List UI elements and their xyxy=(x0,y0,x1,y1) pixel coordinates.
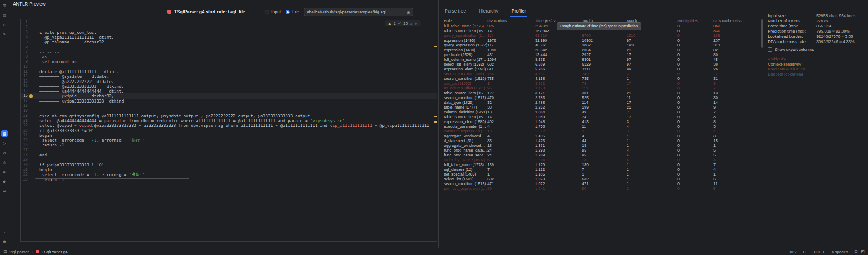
notifications-icon[interactable]: ◔ xyxy=(1,229,8,235)
caret-position[interactable]: 30:7 xyxy=(789,249,797,254)
tab-parse-tree[interactable]: Parse tree xyxy=(444,8,467,17)
profiler-row[interactable]: expression_elem (1590)6115.266321199026 xyxy=(444,67,760,72)
inspections-widget[interactable]: ▲ 2 ✓ 23 ∧ ∨ xyxy=(385,20,421,26)
services-icon[interactable]: ⊟ xyxy=(1,188,8,194)
profiler-row[interactable]: column_definition (1421)182.06449707 xyxy=(444,110,760,115)
profiler-row[interactable]: execute_parameter (1…41.75811403 xyxy=(444,124,760,129)
code-line[interactable]: select @a44444444444444 = paravalue from… xyxy=(39,118,437,123)
column-header[interactable]: Ambiguities xyxy=(677,18,713,24)
input-radio[interactable]: Input xyxy=(265,10,281,14)
code-line[interactable]: exec nb_com_getsysconfig @a1111111111111… xyxy=(39,113,437,118)
code-line[interactable]: return -1 xyxy=(39,142,437,147)
profiler-row[interactable]: aggregate_windowed…41.4954103 xyxy=(444,134,760,139)
encoding-indicator[interactable]: UTF-8 xyxy=(814,249,825,254)
antlr-preview-icon[interactable]: ▦ xyxy=(1,130,8,137)
git-icon[interactable]: ◆ xyxy=(1,178,8,185)
bookmarks-icon[interactable]: ✎ xyxy=(1,31,8,37)
code-line[interactable] xyxy=(39,148,437,152)
profiler-row[interactable]: as_column_alias (1611)953.420112407 xyxy=(444,86,760,91)
code-line[interactable]: ———————— @a2222222222 dtdate, xyxy=(39,79,437,84)
profiler-row[interactable]: full_column_name (17…10948.635830197045 xyxy=(444,57,760,62)
code-line[interactable] xyxy=(39,103,437,108)
line-ending-indicator[interactable]: LF xyxy=(803,249,808,254)
profiler-row[interactable]: search_condition (1516)4711.0724711011 xyxy=(444,182,760,186)
find-icon[interactable]: ○ xyxy=(1,21,8,28)
profiler-row[interactable]: table_name (1777)332.2521992109 xyxy=(444,105,760,110)
settings-gear-icon[interactable]: ✱ xyxy=(1,238,8,245)
profiler-row[interactable]: data_type (1829)322.48811417014 xyxy=(444,100,760,105)
profiler-row[interactable]: func_proc_name_serv…241.28995405 xyxy=(444,153,760,158)
code-line[interactable] xyxy=(39,64,437,69)
profiler-row[interactable]: query_specification (1…11761.31087901910… xyxy=(444,33,760,38)
status-project-name[interactable]: tsql-parser xyxy=(10,249,29,254)
profiler-row[interactable]: select_list_elem (1592)6326.669612997038 xyxy=(444,62,760,67)
profiler-row[interactable]: table_source_item (15…141.959741708 xyxy=(444,115,760,119)
intention-bulb-icon[interactable] xyxy=(29,94,33,98)
indent-indicator[interactable]: 4 spaces xyxy=(832,249,848,254)
code-line[interactable]: create proc up_com_test xyxy=(39,30,437,35)
readonly-lock-icon[interactable]: ⊡ xyxy=(854,249,858,254)
show-expert-columns-checkbox[interactable]: Show expert columns xyxy=(768,47,814,52)
code-line[interactable]: ———————— @vipa333333333333 dtkind xyxy=(39,99,437,103)
browse-file-icon[interactable]: ▣ xyxy=(406,10,410,14)
tab-profiler[interactable]: Profiler xyxy=(510,8,526,17)
code-line[interactable]: -- -- -- xyxy=(39,50,437,54)
profiler-row[interactable]: query_expression (1527)11748.76120621910… xyxy=(444,43,760,48)
profiler-row[interactable]: func_proc_name_data…241.29895405 xyxy=(444,148,760,153)
error-stripe-mark[interactable] xyxy=(434,121,437,123)
run-icon[interactable]: ▷ xyxy=(1,140,8,146)
profiler-row[interactable]: expression (1495)197852.99910982970237 xyxy=(444,38,760,43)
problems-icon[interactable]: ⚠ xyxy=(1,159,8,166)
code-line[interactable] xyxy=(39,157,437,162)
code-line[interactable]: ———————— @a44444444444444 dtint, xyxy=(39,89,437,93)
code-line[interactable]: set nocount on xyxy=(39,59,437,64)
file-path-field[interactable]: ebelice/Github/tsql-parser/examples/big.… xyxy=(304,8,413,16)
profiler-row[interactable]: predicate (1525)46113.444292717080 xyxy=(444,53,760,57)
code-line[interactable]: select errorcode = -1, errormsg = '准备!' xyxy=(39,172,437,177)
tab-hierarchy[interactable]: Hierarchy xyxy=(478,8,499,17)
error-stripe-mark[interactable] xyxy=(434,46,437,47)
profiler-row[interactable]: full_table_name (1773)1391.179139107 xyxy=(444,162,760,167)
code-line[interactable]: @p_tblname dtchar32 xyxy=(39,40,437,44)
code-line[interactable]: ———————— @a333333333333 dtkind, xyxy=(39,84,437,89)
code-line[interactable]: as xyxy=(39,54,437,59)
profiler-row[interactable]: expression (1498)199820.342206421082 xyxy=(444,48,760,53)
code-line[interactable] xyxy=(39,44,437,49)
code-line[interactable]: @p_vipa1111111111111 dtint, xyxy=(39,35,437,40)
code-line[interactable]: if @a33333333333 !='0' xyxy=(39,128,437,133)
profiler-row[interactable]: join_part (1552)143.912741709 xyxy=(444,81,760,86)
profiler-row[interactable]: order_by_clause (1602)61.21418403 xyxy=(444,158,760,162)
code-line[interactable]: begin xyxy=(39,167,437,172)
project-icon[interactable]: ⊞ xyxy=(1,2,8,9)
profiler-row[interactable]: select_list (1581)6321.073632106 xyxy=(444,177,760,182)
profiler-row[interactable]: table_source_item (15…1273.17138121013 xyxy=(444,91,760,96)
code-line[interactable] xyxy=(39,108,437,113)
profiler-row[interactable]: search_condition (1517)4702.78652511030 xyxy=(444,96,760,100)
prev-problem-icon[interactable]: ∧ xyxy=(410,22,412,26)
terminal-icon[interactable]: ≡ xyxy=(1,169,8,175)
code-line[interactable]: select @vipid = vipid,@vipa333333333333 … xyxy=(39,123,437,128)
editor-hscrollbar[interactable] xyxy=(35,178,189,179)
column-header[interactable]: Rule xyxy=(444,18,487,24)
error-stripe-mark[interactable] xyxy=(434,116,437,117)
profiler-row[interactable]: if_statement (31)351.476441015 xyxy=(444,139,760,143)
code-line[interactable]: ———————— @vipid dtchar32, xyxy=(39,93,437,98)
code-line[interactable] xyxy=(39,25,437,30)
profiler-row[interactable]: expression_elem (1589)4021.948413308 xyxy=(444,119,760,124)
profiler-row[interactable]: sql_clauses (12)71.1227104 xyxy=(444,167,760,172)
editor[interactable]: 1234567891011121314151617181920212223242… xyxy=(20,19,437,242)
profiler-row[interactable]: constant_expression (1…181.61221304 xyxy=(444,129,760,134)
code-line[interactable]: ———————— @sysdate dtdate, xyxy=(39,74,437,79)
debug-icon[interactable]: ⊘ xyxy=(1,149,8,156)
next-problem-icon[interactable]: ∨ xyxy=(414,22,417,26)
structure-icon[interactable]: ▤ xyxy=(1,12,8,18)
profiler-row[interactable]: aggregate_windowed…181.33118101 xyxy=(444,143,760,148)
file-radio[interactable]: File xyxy=(286,10,299,14)
column-header[interactable]: Invocations xyxy=(487,18,535,24)
code-line[interactable]: declare @a1111111111111 dtint, xyxy=(39,69,437,74)
status-file-name[interactable]: TSqlParser.g4 xyxy=(42,249,68,254)
notifications-bell-icon[interactable]: ◩ xyxy=(861,249,865,254)
profiler-row[interactable]: set_special (1485)11.1051101 xyxy=(444,172,760,177)
code-line[interactable]: end xyxy=(39,152,437,157)
code-line[interactable] xyxy=(39,20,437,25)
